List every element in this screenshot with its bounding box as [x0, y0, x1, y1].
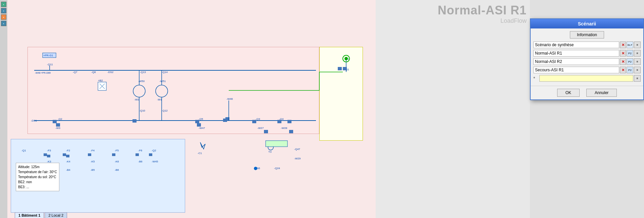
svg-rect-58	[338, 67, 342, 70]
svg-text:-Q13: -Q13	[140, 71, 146, 74]
svg-text:-F5: -F5	[115, 149, 119, 152]
svg-text:-W45: -W45	[152, 160, 158, 163]
cancel-button[interactable]: Annuler	[586, 89, 617, 97]
svg-rect-79	[88, 153, 91, 156]
tooltip-line2: Température de l'air: 30°C	[18, 169, 57, 174]
svg-text:-Q3: -Q3	[256, 118, 260, 121]
svg-text:-F4: -F4	[91, 149, 95, 152]
svg-point-55	[344, 57, 348, 60]
scenario-row-1: ✕ P2 ≡	[533, 50, 641, 57]
svg-text:+B2: +B2	[98, 79, 103, 82]
tooltip-line1: Altitude: 125m	[18, 164, 57, 169]
ok-button[interactable]: OK	[557, 89, 580, 97]
svg-point-13	[156, 85, 168, 97]
svg-rect-47	[223, 119, 227, 122]
svg-text:-W1: -W1	[157, 98, 162, 101]
toolbar-btn-4[interactable]: ▪	[1, 21, 6, 26]
tab-batiment-1[interactable]: 1 Bâtiment 1	[15, 212, 44, 218]
scenario-icon1-1[interactable]: P2	[627, 50, 633, 57]
svg-rect-48	[264, 130, 268, 133]
scenario-icon1-3[interactable]: P2	[627, 67, 633, 73]
svg-text:-W27: -W27	[257, 127, 264, 130]
svg-marker-86	[200, 142, 205, 149]
scenario-delete-1[interactable]: ✕	[620, 50, 626, 57]
svg-rect-39	[56, 123, 60, 127]
scenario-input-2[interactable]	[533, 58, 619, 65]
svg-rect-43	[252, 120, 256, 123]
svg-text:-Q10: -Q10	[139, 109, 145, 112]
scenario-icon1-2[interactable]: P2	[627, 58, 633, 65]
svg-rect-45	[287, 120, 291, 123]
title-sub: LoadFlow	[438, 17, 527, 24]
scenario-new-row: * ≡	[533, 75, 641, 82]
scenario-icon2-0[interactable]: ≡	[634, 42, 641, 48]
dialog-title: Scénarii	[578, 21, 596, 26]
svg-text:-W3: -W3	[55, 127, 60, 130]
svg-text:-Q2: -Q2	[152, 149, 156, 152]
tooltip-line3: Température du sol: 20°C	[18, 174, 57, 179]
toolbar-btn-2[interactable]: ▪	[1, 8, 6, 13]
diagram-svg: +PR-G1 -Q11 -W48 +PR-D89 -Q7 -Q8 -DS2 -W…	[7, 0, 376, 218]
scenario-dialog: Scénarii Information ✕ ELT ≡ ✕ P2 ≡	[530, 18, 644, 100]
svg-text:-W46: -W46	[226, 97, 233, 100]
svg-text:-W2: -W2	[134, 98, 139, 101]
svg-point-93	[254, 167, 257, 170]
svg-rect-75	[44, 153, 47, 156]
svg-text:-K4: -K4	[66, 160, 70, 163]
scenario-icon1-0[interactable]: ELT	[627, 42, 633, 48]
scenario-icon2-3[interactable]: ≡	[634, 67, 641, 73]
main-canvas: ▪ ▪ ▪ ▪ +PR-G1 -Q11 -W48 +PR-D89	[0, 0, 376, 218]
scenario-icon2-2[interactable]: ≡	[634, 58, 641, 65]
scenario-new-input[interactable]	[539, 75, 633, 82]
svg-rect-80	[112, 153, 115, 156]
svg-rect-49	[289, 130, 293, 133]
tab-local-2[interactable]: 2 Local 2	[45, 212, 67, 218]
scenario-delete-0[interactable]: ✕	[620, 42, 626, 48]
scenario-row-0: ✕ ELT ≡	[533, 41, 641, 49]
info-button-row: Information	[533, 31, 641, 39]
scenario-input-3[interactable]	[533, 67, 619, 73]
svg-text:-W28: -W28	[281, 127, 287, 130]
svg-rect-76	[47, 155, 50, 157]
info-button[interactable]: Information	[570, 31, 604, 39]
svg-text:-F2: -F2	[66, 149, 70, 152]
svg-rect-41	[197, 123, 201, 127]
svg-text:-C1: -C1	[198, 152, 202, 155]
svg-rect-78	[66, 155, 69, 157]
svg-text:+PR-G1: +PR-G1	[43, 54, 53, 57]
svg-rect-81	[136, 153, 139, 156]
tooltip-line4: BE2: non	[18, 179, 57, 185]
svg-text:-Q47: -Q47	[294, 148, 300, 151]
svg-text:-DS2: -DS2	[107, 71, 114, 74]
svg-text:-B5: -B5	[91, 168, 95, 171]
scenario-row-3: ✕ P2 ≡	[533, 66, 641, 74]
left-toolbar: ▪ ▪ ▪ ▪	[0, 0, 7, 218]
scenario-new-icon[interactable]: ≡	[634, 75, 641, 82]
svg-text:-B6: -B6	[115, 168, 119, 171]
scenario-delete-2[interactable]: ✕	[620, 58, 626, 65]
svg-rect-77	[63, 153, 66, 156]
svg-text:-B6: -B6	[138, 160, 143, 163]
svg-text:-Q14: -Q14	[162, 71, 168, 74]
svg-text:-Q24: -Q24	[274, 167, 280, 170]
svg-text:-Q7: -Q7	[73, 71, 77, 74]
title-main: Normal-ASI R1	[438, 3, 527, 17]
svg-text:-F3: -F3	[47, 149, 51, 152]
svg-text:-Q12: -Q12	[162, 109, 168, 112]
scenario-input-0[interactable]	[533, 42, 619, 48]
dialog-footer: OK Annuler	[531, 86, 643, 99]
scenario-icon2-1[interactable]: ≡	[634, 50, 641, 57]
scenario-input-1[interactable]	[533, 50, 619, 57]
svg-rect-90	[266, 141, 287, 147]
svg-rect-46	[132, 119, 137, 123]
title-area: Normal-ASI R1 LoadFlow	[438, 3, 527, 24]
dialog-content: Information ✕ ELT ≡ ✕ P2 ≡ ✕ P2 ≡	[531, 28, 643, 86]
svg-rect-82	[149, 153, 152, 156]
toolbar-btn-3[interactable]: ▪	[1, 14, 6, 20]
svg-text:-W48: -W48	[35, 72, 41, 74]
dialog-titlebar: Scénarii	[531, 19, 643, 28]
toolbar-btn-1[interactable]: ▪	[1, 2, 6, 7]
scenario-delete-3[interactable]: ✕	[620, 67, 626, 73]
svg-rect-40	[195, 120, 199, 123]
svg-point-11	[133, 85, 145, 97]
